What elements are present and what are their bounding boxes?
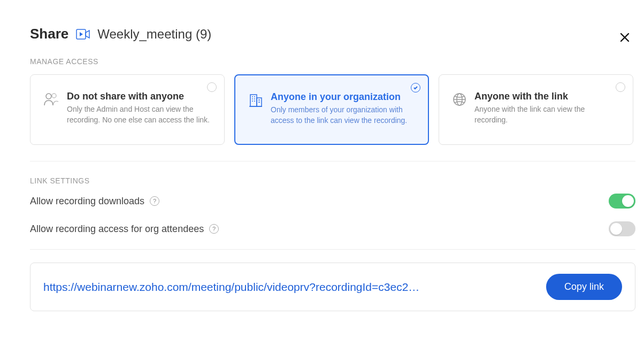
svg-rect-5 (250, 95, 257, 106)
share-modal: Share Weekly_meeting (9) MANAGE ACCESS (11, 11, 644, 339)
radio-indicator (207, 82, 217, 92)
access-options: Do not share with anyone Only the Admin … (30, 74, 635, 145)
copy-link-button[interactable]: Copy link (546, 274, 622, 300)
card-title: Do not share with anyone (67, 91, 211, 102)
setting-allow-org-attendees: Allow recording access for org attendees… (30, 221, 635, 236)
card-description: Anyone with the link can view the record… (474, 104, 620, 125)
share-link-url[interactable]: https://webinarnew.zoho.com/meeting/publ… (43, 281, 533, 294)
access-option-anyone-link[interactable]: Anyone with the link Anyone with the lin… (439, 74, 633, 145)
access-option-do-not-share[interactable]: Do not share with anyone Only the Admin … (30, 74, 225, 145)
divider (30, 249, 635, 250)
card-description: Only members of your organization with a… (271, 105, 415, 126)
card-description: Only the Admin and Host can view the rec… (67, 104, 211, 125)
video-icon (76, 29, 90, 40)
modal-header: Share Weekly_meeting (9) (30, 26, 635, 42)
link-box: https://webinarnew.zoho.com/meeting/publ… (30, 263, 635, 311)
access-option-organization[interactable]: Anyone in your organization Only members… (234, 74, 429, 145)
radio-indicator-checked (411, 83, 420, 93)
card-title: Anyone in your organization (271, 91, 415, 103)
help-icon[interactable]: ? (209, 224, 219, 234)
globe-icon (452, 92, 467, 109)
svg-point-3 (46, 94, 51, 99)
setting-allow-downloads: Allow recording downloads ? (30, 194, 635, 209)
building-icon (248, 93, 263, 110)
toggle-allow-downloads[interactable] (609, 194, 635, 209)
link-settings-label: LINK SETTINGS (30, 176, 635, 185)
file-name: Weekly_meeting (9) (97, 27, 211, 42)
share-title: Share (30, 26, 68, 42)
close-button[interactable] (616, 29, 633, 48)
manage-access-label: MANAGE ACCESS (30, 57, 635, 66)
radio-indicator (616, 82, 625, 92)
help-icon[interactable]: ? (150, 196, 159, 206)
svg-point-4 (52, 94, 56, 98)
setting-label: Allow recording downloads (30, 196, 144, 207)
toggle-allow-org-attendees[interactable] (609, 221, 635, 236)
setting-label: Allow recording access for org attendees (30, 224, 204, 235)
people-icon (43, 92, 59, 108)
card-title: Anyone with the link (474, 91, 620, 102)
divider (30, 161, 635, 161)
